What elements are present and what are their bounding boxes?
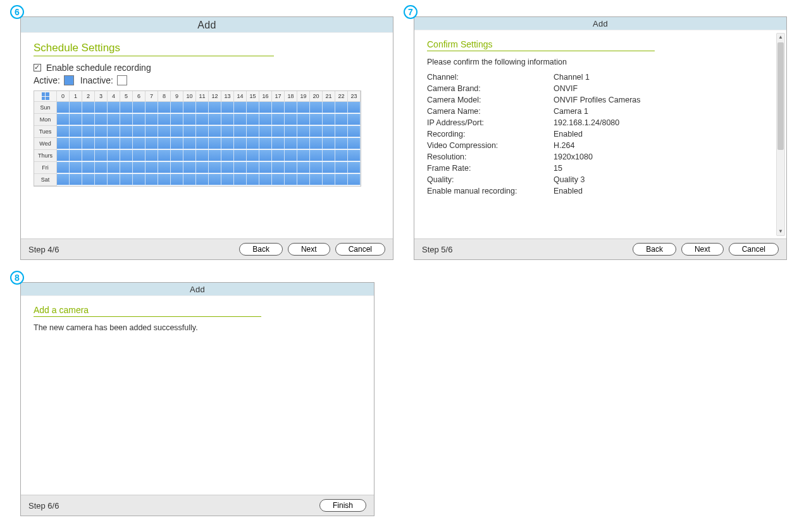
step-badge-7: 7 — [404, 5, 418, 13]
step-badge-6: 6 — [10, 5, 24, 13]
